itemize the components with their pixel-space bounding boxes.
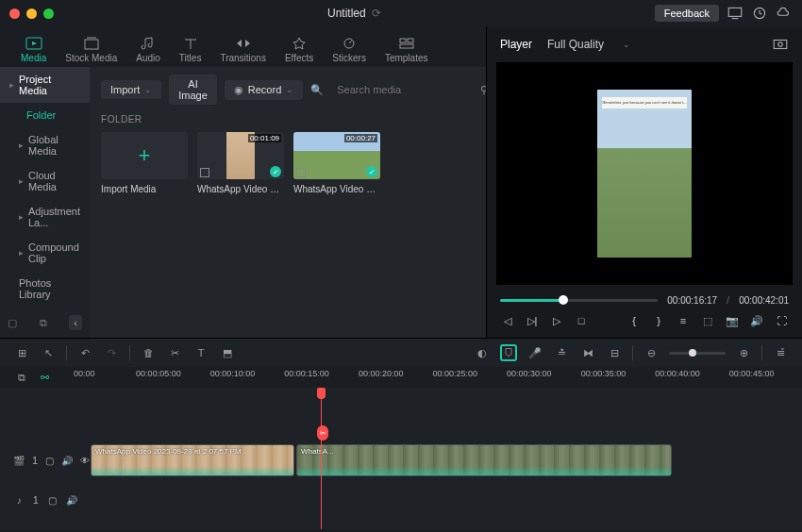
playhead[interactable] [321, 388, 322, 529]
search-input[interactable] [331, 80, 473, 99]
text-icon[interactable]: T [192, 344, 209, 361]
snapshot-icon[interactable] [772, 36, 789, 53]
add-icon[interactable] [200, 168, 209, 177]
track-options-icon[interactable]: ≡̌ [772, 344, 789, 361]
list-icon[interactable]: ≡ [676, 313, 691, 328]
import-button[interactable]: Import⌄ [101, 80, 161, 99]
sidebar-adjustment-layers[interactable]: ▸Adjustment La... [0, 199, 90, 235]
collapse-sidebar-icon[interactable]: ‹ [69, 315, 82, 330]
timeline-clip-2[interactable]: WhatsA... [296, 444, 672, 476]
history-icon[interactable] [751, 5, 768, 22]
transitions-icon [234, 36, 253, 51]
camera-icon[interactable]: 📷 [725, 313, 740, 328]
lock-icon[interactable]: ▢ [45, 454, 54, 467]
sidebar-project-media[interactable]: ▸Project Media [0, 67, 90, 103]
clip-label: WhatsA... [301, 447, 334, 456]
effects-icon [290, 36, 309, 51]
sidebar-cloud-media[interactable]: ▸Cloud Media [0, 163, 90, 199]
link-tool-icon[interactable]: ⊟ [606, 344, 623, 361]
volume-icon[interactable]: 🔊 [749, 313, 764, 328]
media-clip-1[interactable]: 00:01:09✓ WhatsApp Video 202... [197, 132, 284, 194]
zoom-slider[interactable] [669, 352, 726, 355]
snap-icon[interactable]: ⧓ [579, 344, 596, 361]
link-icon[interactable]: ⧉ [40, 317, 47, 329]
svg-rect-0 [728, 8, 742, 16]
play-icon[interactable]: ▷ [549, 313, 564, 328]
next-frame-icon[interactable]: ▷| [525, 313, 540, 328]
mute-icon[interactable]: 🔊 [65, 493, 77, 507]
mic-icon[interactable]: 🎤 [526, 344, 543, 361]
add-icon[interactable] [296, 168, 306, 177]
cut-icon[interactable]: ✂ [166, 344, 183, 361]
sidebar-compound-clip[interactable]: ▸Compound Clip [0, 235, 90, 271]
sidebar-folder[interactable]: Folder [0, 103, 90, 127]
minimize-window[interactable] [26, 8, 37, 19]
stop-icon[interactable]: □ [574, 313, 589, 328]
display-icon[interactable] [727, 5, 744, 22]
media-browser: Import⌄ AI Image ◉Record⌄ 🔍 ⚲ ⋯ FOLDER +… [90, 67, 486, 338]
preview-viewport[interactable]: Remember, just because you can't see it … [496, 62, 793, 285]
sync-icon: ⟳ [372, 7, 381, 20]
templates-icon [397, 36, 416, 51]
mark-out-icon[interactable]: } [651, 313, 666, 328]
crop-tool-icon[interactable]: ⬒ [219, 344, 236, 361]
close-window[interactable] [9, 8, 20, 19]
cut-marker[interactable]: ✂ [317, 425, 328, 441]
tab-label: Media [21, 53, 46, 63]
maximize-window[interactable] [43, 8, 54, 19]
timeline-mode-icon[interactable]: ⧉ [13, 369, 30, 386]
svg-rect-6 [400, 39, 406, 42]
layout-icon[interactable]: ⊞ [13, 344, 30, 361]
media-clip-2[interactable]: 00:00:27✓ WhatsApp Video 202... [293, 132, 380, 194]
ruler-tick: 00:00:25:00 [418, 369, 493, 386]
sidebar-global-media[interactable]: ▸Global Media [0, 127, 90, 163]
mute-icon[interactable]: 🔊 [61, 454, 73, 467]
titlebar: Untitled ⟳ Feedback [0, 0, 802, 26]
lock-icon[interactable]: ▢ [46, 493, 58, 507]
record-button[interactable]: ◉Record⌄ [225, 80, 303, 100]
zoom-out-icon[interactable]: ⊖ [643, 344, 660, 361]
time-separator: / [727, 294, 729, 306]
thumb-label: Import Media [101, 184, 188, 194]
folder-heading: FOLDER [101, 114, 486, 125]
visibility-icon[interactable]: 👁 [80, 454, 90, 467]
tab-titles[interactable]: Titles [170, 32, 211, 67]
timeline-panel: ⊞ ↖ ↶ ↷ 🗑 ✂ T ⬒ ◐ 🎤 ≛ ⧓ ⊟ ⊖ ⊕ ≡̌ ⧉ ⚯ 00:… [0, 338, 802, 529]
sidebar-photos-library[interactable]: Photos Library [0, 271, 90, 307]
marker-icon[interactable] [500, 344, 517, 361]
new-folder-icon[interactable]: ▢ [8, 317, 17, 329]
timeline-tracks[interactable]: ✂ 🎬 1 ▢ 🔊 👁 WhatsApp Video 2023-09-28 at… [0, 388, 802, 529]
cloud-icon[interactable] [776, 5, 793, 22]
time-ruler[interactable]: 00:00 00:00:05:00 00:00:10:00 00:00:15:0… [47, 369, 789, 386]
mark-in-icon[interactable]: { [627, 313, 642, 328]
sidebar-label: Cloud Media [28, 170, 80, 192]
tab-stock-media[interactable]: Stock Media [56, 32, 126, 67]
auto-icon[interactable]: ◐ [474, 344, 491, 361]
crop-icon[interactable]: ⬚ [700, 313, 715, 328]
delete-icon[interactable]: 🗑 [140, 344, 157, 361]
import-media-tile[interactable]: + Import Media [101, 132, 188, 194]
prev-frame-icon[interactable]: ◁ [500, 313, 515, 328]
undo-icon[interactable]: ↶ [76, 344, 93, 361]
fullscreen-icon[interactable]: ⛶ [774, 313, 789, 328]
quality-dropdown[interactable]: Full Quality⌄ [547, 38, 630, 51]
player-panel: Player Full Quality⌄ Remember, just beca… [486, 26, 802, 338]
tab-effects[interactable]: Effects [276, 32, 323, 67]
feedback-button[interactable]: Feedback [655, 5, 719, 22]
playback-scrubber[interactable] [500, 299, 658, 302]
ruler-tick: 00:00:10:00 [195, 369, 270, 386]
zoom-in-icon[interactable]: ⊕ [735, 344, 752, 361]
tab-media[interactable]: Media [11, 32, 56, 67]
tab-label: Titles [179, 53, 202, 63]
ai-image-button[interactable]: AI Image [169, 75, 217, 105]
tab-audio[interactable]: Audio [126, 32, 170, 67]
tab-transitions[interactable]: Transitions [210, 32, 276, 67]
button-label: AI Image [178, 78, 208, 101]
pointer-icon[interactable]: ↖ [40, 344, 57, 361]
redo-icon[interactable]: ↷ [103, 344, 120, 361]
tab-stickers[interactable]: Stickers [323, 32, 376, 67]
timeline-clip-1[interactable]: WhatsApp Video 2023-09-28 at 2.07.57 PM [91, 444, 294, 476]
total-time: 00:00:42:01 [739, 295, 789, 306]
tab-templates[interactable]: Templates [376, 32, 438, 67]
mixer-icon[interactable]: ≛ [553, 344, 570, 361]
